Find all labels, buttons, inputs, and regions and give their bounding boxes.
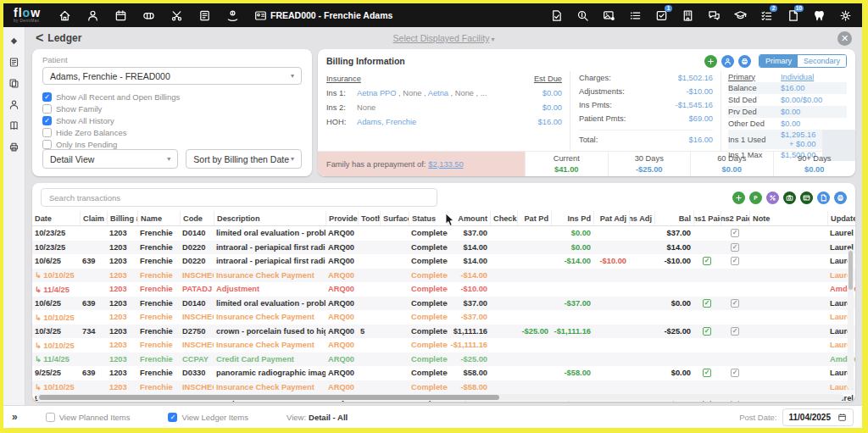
- column-header-status[interactable]: Status: [409, 211, 448, 225]
- checkbox-icon[interactable]: ✓: [42, 92, 52, 102]
- checkbox-icon[interactable]: ✓: [42, 128, 52, 137]
- column-header-surface[interactable]: Surface: [380, 211, 409, 225]
- checkbox-icon[interactable]: ✓: [42, 116, 52, 125]
- ins2-paid-checkbox[interactable]: ✓: [731, 243, 739, 252]
- ins2-paid-checkbox[interactable]: ✓: [731, 229, 739, 237]
- view-planned-items-checkbox[interactable]: ✓ View Planned Items: [46, 413, 131, 422]
- sort-mode-select[interactable]: Sort by Billing then Date ▾: [186, 149, 302, 169]
- scissors-icon[interactable]: [170, 8, 183, 22]
- view-mode-select[interactable]: Detail View ▾: [42, 149, 178, 169]
- column-header-date[interactable]: Date: [32, 211, 80, 225]
- adjustment-button[interactable]: [766, 192, 779, 204]
- print-button[interactable]: [834, 192, 847, 204]
- column-header-amount[interactable]: Amount: [448, 211, 490, 225]
- card-payment-button[interactable]: [800, 192, 813, 204]
- column-header-desc[interactable]: Description: [214, 211, 326, 225]
- home-icon[interactable]: [58, 8, 71, 22]
- ins1-paid-checkbox[interactable]: ✓: [703, 299, 711, 308]
- print-billing-button[interactable]: [738, 55, 751, 68]
- rail-printer-icon[interactable]: [8, 141, 19, 152]
- ins1-paid-checkbox[interactable]: ✓: [703, 327, 711, 336]
- transaction-row[interactable]: ↳ 10/10/251203FrenchieINSCHECKInsurance …: [32, 338, 855, 353]
- transaction-row[interactable]: 10/23/251203FrenchieD0140limited oral ev…: [32, 226, 855, 241]
- teeth-icon[interactable]: [142, 8, 155, 22]
- gradcap-icon[interactable]: [733, 8, 747, 22]
- gear-icon[interactable]: [838, 8, 852, 22]
- column-header-code[interactable]: Code: [180, 211, 214, 225]
- column-header-billing[interactable]: Billing #: [107, 211, 137, 225]
- ins1-paid-checkbox[interactable]: ✓: [703, 257, 711, 265]
- column-header-patpd[interactable]: Pat Pd: [517, 211, 551, 225]
- transaction-row[interactable]: ↳ 11/4/251203FrenchieCCPAYCredit Card Pa…: [32, 353, 855, 367]
- insurance-link[interactable]: Aetna PPO: [357, 89, 397, 97]
- ins2-paid-checkbox[interactable]: ✓: [731, 327, 739, 336]
- checkbox-icon[interactable]: ✓: [46, 413, 55, 422]
- transaction-row[interactable]: ↳ 10/10/251203FrenchieINSCHECKInsurance …: [32, 380, 855, 395]
- column-header-ins1[interactable]: Ins1 Paid: [693, 211, 721, 225]
- expand-chevrons-icon[interactable]: »: [12, 411, 18, 423]
- patient-insurance-button[interactable]: [721, 55, 734, 68]
- filter-checkbox[interactable]: ✓Show Family: [42, 104, 302, 114]
- rail-copy-icon[interactable]: [8, 77, 19, 88]
- transaction-row[interactable]: ↳ 10/10/251203FrenchieINSCHECKInsurance …: [32, 269, 855, 283]
- add-transaction-button[interactable]: [732, 192, 745, 204]
- primary-secondary-toggle[interactable]: Primary Secondary: [759, 54, 847, 68]
- column-header-inspd[interactable]: Ins Pd: [551, 211, 593, 225]
- ins2-paid-checkbox[interactable]: ✓: [731, 299, 739, 308]
- chart-icon[interactable]: [198, 8, 211, 22]
- tooth-icon[interactable]: [812, 8, 826, 22]
- filter-checkbox[interactable]: ✓Show All History: [42, 116, 302, 125]
- chat-icon[interactable]: [707, 8, 721, 22]
- statement-button[interactable]: [817, 192, 830, 204]
- ins2-paid-checkbox[interactable]: ✓: [731, 257, 739, 265]
- column-header-provider[interactable]: Provider: [326, 211, 358, 225]
- column-header-tooth[interactable]: Tooth: [358, 211, 380, 225]
- post-date-input[interactable]: 11/04/2025: [782, 408, 854, 426]
- transaction-row[interactable]: 10/23/251203FrenchieD0220intraoral - per…: [32, 241, 855, 255]
- vertical-scrollbar-thumb[interactable]: [849, 251, 853, 290]
- idcard-icon[interactable]: [253, 8, 267, 22]
- rail-book-icon[interactable]: [8, 119, 19, 130]
- payhand-icon[interactable]: [225, 8, 239, 22]
- checkbox-icon[interactable]: ✓: [42, 140, 52, 149]
- view-ledger-items-checkbox[interactable]: ✓ View Ledger Items: [168, 413, 248, 422]
- close-icon[interactable]: ✕: [837, 31, 852, 46]
- transaction-row[interactable]: ↳ 10/10/251203FrenchieINSCHECKInsurance …: [32, 310, 855, 325]
- rail-diamond-icon[interactable]: [8, 35, 19, 46]
- toggle-secondary[interactable]: Secondary: [798, 55, 846, 67]
- column-header-check[interactable]: Check #: [490, 211, 517, 225]
- taskcheck-icon[interactable]: 1: [654, 8, 668, 22]
- toggle-primary[interactable]: Primary: [760, 55, 798, 67]
- patient-select[interactable]: Adams, Frenchie - FREAD000 ▾: [42, 67, 302, 85]
- checklist-icon[interactable]: 2: [760, 8, 773, 22]
- office-icon[interactable]: [681, 8, 694, 22]
- imagegear-icon[interactable]: [602, 8, 615, 22]
- horizontal-scrollbar[interactable]: [36, 394, 843, 401]
- app-logo[interactable]: flow by DentiMax: [14, 7, 41, 24]
- insurance-link[interactable]: Aetna: [428, 89, 448, 97]
- list-icon[interactable]: [628, 8, 642, 22]
- rail-person-icon[interactable]: [8, 98, 19, 109]
- transaction-row[interactable]: 10/3/257341203FrenchieD2750crown - porce…: [32, 325, 855, 339]
- payment-button[interactable]: P: [749, 192, 762, 204]
- transaction-row[interactable]: 10/6/256391203FrenchieD0140limited oral …: [32, 297, 855, 311]
- rail-note-icon[interactable]: [8, 56, 19, 67]
- filter-checkbox[interactable]: ✓Show All Recent and Open Billings: [42, 92, 302, 102]
- column-header-note[interactable]: Note: [749, 211, 827, 225]
- column-header-claim[interactable]: Claim #: [80, 211, 107, 225]
- filter-checkbox[interactable]: ✓Only Ins Pending: [42, 140, 302, 149]
- prepayment-amount-link[interactable]: $2,133.50: [428, 160, 463, 169]
- search-input[interactable]: [41, 188, 437, 207]
- transaction-row[interactable]: ↳ 11/4/251203FrenchiePATADJAdjustmentARQ…: [32, 282, 855, 297]
- column-header-bal[interactable]: Bal: [654, 211, 693, 225]
- checkbox-icon[interactable]: ✓: [42, 104, 52, 114]
- transaction-row[interactable]: 9/25/256391203FrenchieD0330panoramic rad…: [32, 366, 855, 380]
- calendar-icon[interactable]: [114, 8, 127, 22]
- add-insurance-button[interactable]: [704, 55, 717, 68]
- insurance-link[interactable]: Adams, Frenchie: [357, 118, 416, 126]
- ins2-paid-checkbox[interactable]: ✓: [731, 369, 739, 377]
- searchdollar-icon[interactable]: [576, 8, 589, 22]
- facility-selector[interactable]: Select Displayed Facility▾: [25, 33, 862, 43]
- vertical-scrollbar[interactable]: [848, 249, 854, 390]
- column-header-updated[interactable]: Updated By: [827, 211, 855, 225]
